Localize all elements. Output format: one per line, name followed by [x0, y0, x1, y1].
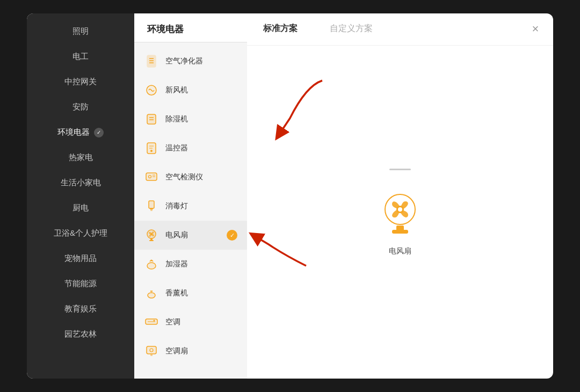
- svg-rect-32: [150, 354, 153, 356]
- sidebar-item-env[interactable]: 环境电器 ✓: [27, 120, 134, 145]
- product-name: 电风扇: [389, 246, 411, 256]
- product-display: 电风扇: [373, 169, 427, 256]
- category-panel: 环境电器 空气净化器: [134, 13, 247, 379]
- sidebar-label: 教育娱乐: [64, 304, 97, 314]
- sidebar-item-lighting[interactable]: 照明: [27, 19, 134, 44]
- sidebar-label: 卫浴&个人护理: [54, 228, 107, 238]
- sidebar-label: 热家电: [69, 153, 93, 163]
- category-uv-lamp[interactable]: 消毒灯: [134, 192, 247, 221]
- sidebar-label: 中控网关: [64, 77, 97, 87]
- sidebar-item-gateway[interactable]: 中控网关: [27, 69, 134, 95]
- category-label: 新风机: [165, 85, 188, 95]
- svg-rect-21: [150, 238, 153, 240]
- category-label: 空调: [165, 317, 180, 327]
- category-label: 除湿机: [165, 114, 188, 124]
- sidebar-item-pet[interactable]: 宠物用品: [27, 246, 134, 271]
- ac-icon: [144, 315, 159, 330]
- category-label: 空调扇: [165, 346, 188, 356]
- sidebar-item-hot[interactable]: 热家电: [27, 145, 134, 170]
- sidebar-item-garden[interactable]: 园艺农林: [27, 322, 134, 347]
- svg-point-25: [148, 293, 155, 298]
- category-air-purifier[interactable]: 空气净化器: [134, 47, 247, 76]
- sidebar-item-security[interactable]: 安防: [27, 95, 134, 120]
- dehumidifier-icon: [144, 112, 159, 127]
- aroma-icon: [144, 286, 159, 301]
- svg-rect-5: [147, 114, 156, 124]
- ac-fan-icon: [144, 344, 159, 359]
- main-content: 标准方案 自定义方案: [247, 13, 553, 379]
- modal: × 照明 电工 中控网关 安防 环境电器 ✓ 热家电 生活小家电 厨电 卫浴&个…: [27, 13, 553, 379]
- thermostat-icon: [144, 141, 159, 156]
- sidebar-item-electrician[interactable]: 电工: [27, 44, 134, 69]
- category-label: 空气检测仪: [165, 172, 203, 182]
- svg-rect-18: [150, 209, 153, 211]
- category-dehumidifier[interactable]: 除湿机: [134, 105, 247, 134]
- sidebar: 照明 电工 中控网关 安防 环境电器 ✓ 热家电 生活小家电 厨电 卫浴&个人护…: [27, 13, 134, 379]
- close-button[interactable]: ×: [527, 21, 543, 37]
- category-ac-fan[interactable]: 空调扇: [134, 337, 247, 366]
- category-fan[interactable]: 电风扇 ✓: [134, 221, 247, 250]
- fresh-air-icon: [144, 83, 159, 98]
- category-aroma[interactable]: 香薰机: [134, 279, 247, 308]
- active-check-badge: ✓: [94, 128, 104, 137]
- svg-rect-17: [150, 208, 153, 209]
- sidebar-label: 安防: [73, 102, 89, 112]
- svg-rect-0: [147, 55, 156, 67]
- sidebar-label: 环境电器: [57, 127, 90, 137]
- sidebar-item-small[interactable]: 生活小家电: [27, 170, 134, 195]
- svg-point-24: [151, 260, 153, 262]
- category-label: 加湿器: [165, 259, 188, 269]
- category-air-detector[interactable]: 空气检测仪: [134, 163, 247, 192]
- svg-point-37: [398, 207, 402, 212]
- air-purifier-icon: [144, 54, 159, 69]
- svg-point-29: [154, 320, 155, 322]
- svg-point-26: [150, 291, 153, 292]
- category-list: 空气净化器 新风机: [134, 42, 247, 370]
- uv-lamp-icon: [144, 199, 159, 214]
- sidebar-label: 照明: [73, 26, 89, 37]
- sidebar-item-kitchen[interactable]: 厨电: [27, 195, 134, 221]
- svg-rect-22: [149, 240, 154, 241]
- svg-rect-16: [149, 201, 154, 208]
- separator: [389, 169, 411, 170]
- category-thermostat[interactable]: 温控器: [134, 134, 247, 163]
- tab-custom[interactable]: 自定义方案: [330, 23, 383, 40]
- air-detector-icon: [144, 170, 159, 185]
- svg-point-23: [147, 263, 156, 269]
- sidebar-label: 生活小家电: [61, 178, 101, 188]
- category-humidifier[interactable]: 加湿器: [134, 250, 247, 279]
- sidebar-item-energy[interactable]: 节能能源: [27, 271, 134, 296]
- tabs-header: 标准方案 自定义方案: [247, 13, 553, 46]
- sidebar-label: 园艺农林: [64, 329, 97, 339]
- category-label: 温控器: [165, 143, 188, 153]
- svg-point-11: [150, 150, 153, 152]
- category-label: 空气净化器: [165, 56, 203, 66]
- category-ac[interactable]: 空调: [134, 308, 247, 337]
- category-selected-check: ✓: [227, 230, 237, 241]
- sidebar-label: 电工: [73, 52, 89, 62]
- category-label: 电风扇: [165, 230, 188, 240]
- humidifier-icon: [144, 257, 159, 272]
- sidebar-label: 宠物用品: [64, 253, 97, 264]
- svg-rect-34: [392, 230, 408, 234]
- category-label: 消毒灯: [165, 201, 188, 211]
- fan-icon: [144, 228, 159, 243]
- sidebar-label: 节能能源: [64, 279, 97, 289]
- fan-product-icon: [373, 184, 427, 238]
- main-body: 电风扇: [247, 46, 553, 379]
- sidebar-item-edu[interactable]: 教育娱乐: [27, 296, 134, 322]
- svg-rect-30: [147, 346, 156, 354]
- sidebar-item-bathroom[interactable]: 卫浴&个人护理: [27, 221, 134, 246]
- panel-title: 环境电器: [134, 13, 247, 42]
- category-label: 香薰机: [165, 288, 188, 298]
- category-fresh-air[interactable]: 新风机: [134, 76, 247, 105]
- tab-standard[interactable]: 标准方案: [263, 23, 308, 40]
- sidebar-label: 厨电: [73, 203, 89, 213]
